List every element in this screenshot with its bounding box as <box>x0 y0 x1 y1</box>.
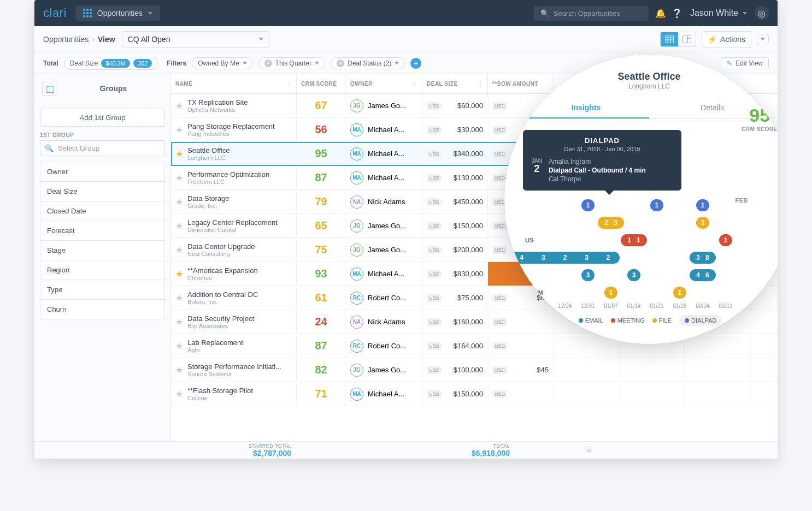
star-icon[interactable]: ★ <box>175 221 183 231</box>
timeline-bubble[interactable]: 1 <box>696 199 709 211</box>
legend-label: EMAIL <box>585 317 603 324</box>
currency-tag: USD <box>492 294 507 302</box>
legend-dialpad-selected[interactable]: DIALPAD <box>679 315 722 326</box>
edit-view-button[interactable]: ✎ Edit View <box>721 57 769 69</box>
sow-cell: USD <box>488 382 554 406</box>
col-owner[interactable]: OWNER⋮ <box>346 74 422 93</box>
timeline-bubble[interactable]: 23 <box>598 217 624 229</box>
nav-opportunities[interactable]: Opportunities <box>75 5 160 21</box>
actions-label: Actions <box>720 35 745 44</box>
groups-collapse-icon[interactable]: ◫ <box>42 81 57 96</box>
help-icon[interactable]: ❔ <box>673 9 681 17</box>
filter-chip-this-quarter[interactable]: × This Quarter <box>258 57 326 69</box>
crm-score-cell: 87 <box>297 166 346 189</box>
group-item[interactable]: Type <box>40 280 165 300</box>
avatar: MA <box>350 268 363 281</box>
filter-chip-owned-by-me[interactable]: Owned By Me <box>192 57 252 69</box>
owner-cell: MA Michael A... <box>346 262 422 286</box>
table-row[interactable]: ★ Storage Performance Initiati... Sonora… <box>171 358 778 382</box>
timeline-bubble[interactable]: 3 <box>627 269 640 281</box>
timeline-bubble[interactable]: 1 <box>650 199 663 211</box>
layout-table-icon[interactable] <box>661 32 678 46</box>
star-icon[interactable]: ★ <box>175 293 183 303</box>
avatar: MA <box>350 388 363 401</box>
deal-size-chip[interactable]: Deal Size $40.3M 302 <box>64 57 158 70</box>
star-icon[interactable]: ★ <box>175 269 183 279</box>
group-item[interactable]: Closed Date <box>40 201 165 221</box>
total-label: Total <box>43 60 58 67</box>
company-name: Agio <box>187 347 243 353</box>
timeline-bubble[interactable]: 1 <box>604 287 617 299</box>
table-footer: STARRED TOTAL $2,787,000 TOTAL $6,918,00… <box>34 441 778 459</box>
total-value: $6,918,000 <box>472 449 510 457</box>
star-icon[interactable]: ★ <box>175 124 183 135</box>
actions-caret[interactable] <box>757 34 769 44</box>
user-menu[interactable]: Jason White <box>690 8 747 18</box>
group-item[interactable]: Owner <box>40 162 165 182</box>
timeline-bubble[interactable]: 1 <box>673 287 686 299</box>
tooltip-person: Amalia Ingram <box>549 158 646 165</box>
filter-chip-deal-status[interactable]: × Deal Status (2) <box>331 57 405 69</box>
star-icon[interactable]: ★ <box>175 148 183 159</box>
timeline-bubble[interactable]: 46 <box>690 269 716 281</box>
remove-icon[interactable]: × <box>264 60 272 67</box>
actions-button[interactable]: ⚡ Actions <box>702 31 751 47</box>
group-item[interactable]: Forecast <box>40 221 165 241</box>
deal-size-cell: USD $150,000 <box>422 382 488 406</box>
deal-size-cell: USD $340,000 <box>422 142 488 165</box>
crm-score-cell: 56 <box>297 118 346 141</box>
table-row[interactable]: ★ **Flash Storage Pilot Culicue 71 MA Mi… <box>171 382 778 406</box>
timeline-bubble[interactable]: 3 <box>696 217 709 229</box>
avatar: NA <box>350 316 363 329</box>
timeline-bubble[interactable]: 38 <box>690 252 716 264</box>
deal-name: Performance Optimization <box>187 170 269 179</box>
layout-panel-icon[interactable] <box>678 32 696 46</box>
group-item[interactable]: Deal Size <box>40 182 165 201</box>
owner-cell: JG James Go... <box>346 238 422 262</box>
week-tick: 01/28 <box>668 303 691 310</box>
view-dropdown[interactable]: CQ All Open <box>122 31 269 47</box>
add-filter-button[interactable]: + <box>410 58 421 69</box>
star-icon[interactable]: ★ <box>175 317 183 327</box>
crm-score-cell: 82 <box>297 358 346 382</box>
col-deal-size[interactable]: DEAL SIZE⋮ <box>422 74 488 93</box>
col-crm-score[interactable]: CRM SCORE <box>297 74 346 93</box>
global-shortcut-icon[interactable]: ◎ <box>755 6 769 20</box>
currency-tag: USD <box>427 222 442 230</box>
group-item[interactable]: Stage <box>40 241 165 260</box>
star-icon[interactable]: ★ <box>175 100 183 111</box>
week-tick: 12/31 <box>576 303 599 310</box>
search-input[interactable]: 🔍 Search Opportunities <box>534 6 649 21</box>
currency-tag: USD <box>492 342 507 350</box>
star-icon[interactable]: ★ <box>175 389 183 399</box>
group-item[interactable]: Region <box>40 260 165 280</box>
timeline-bubble[interactable]: 1 <box>719 234 732 246</box>
crm-score-cell: 61 <box>297 286 346 310</box>
timeline-bubble[interactable]: 3 <box>581 269 595 281</box>
star-icon[interactable]: ★ <box>175 341 183 351</box>
layout-toggle[interactable] <box>660 32 696 47</box>
star-icon[interactable]: ★ <box>175 245 183 255</box>
timeline-bubble[interactable]: 1 <box>581 199 595 211</box>
deal-size-cell: USD $100,000 <box>422 358 488 382</box>
group-select[interactable]: 🔍 Select Group <box>40 140 165 156</box>
crm-score-cell: 87 <box>297 334 346 358</box>
currency-tag: USD <box>492 246 507 254</box>
timeline-bubble[interactable]: 11 <box>621 234 647 246</box>
add-group-button[interactable]: Add 1st Group <box>40 109 165 127</box>
col-name[interactable]: NAME⋮ <box>171 74 297 93</box>
star-icon[interactable]: ★ <box>175 365 183 375</box>
month-label-feb: FEB <box>735 197 749 204</box>
remove-icon[interactable]: × <box>337 60 344 67</box>
deal-size-value: $60,000 <box>457 102 483 110</box>
deal-size-value: $30,000 <box>457 126 483 134</box>
breadcrumb-root[interactable]: Opportunities <box>43 35 89 44</box>
bell-icon[interactable]: 🔔 <box>656 9 665 17</box>
avatar: MA <box>350 123 363 136</box>
col-sow-amount[interactable]: **SOW AMOUNT <box>488 74 554 93</box>
group-item[interactable]: Churn <box>40 300 165 319</box>
owner-cell: MA Michael A... <box>346 118 422 141</box>
star-icon[interactable]: ★ <box>175 173 183 183</box>
star-icon[interactable]: ★ <box>175 197 183 207</box>
insights-zoom-lens: Seattle Office Longhorn LLC in ★ Insight… <box>504 55 778 344</box>
